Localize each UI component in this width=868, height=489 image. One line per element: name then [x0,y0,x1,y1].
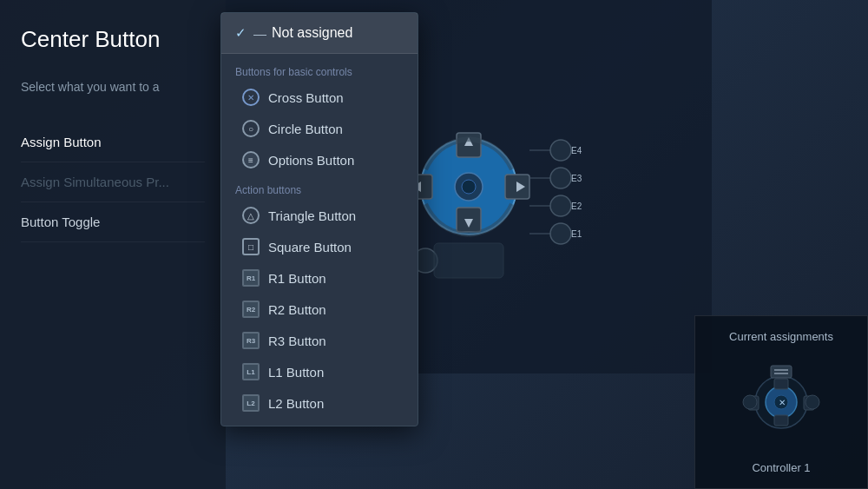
r2-label: R2 Button [268,302,326,317]
svg-text:E2: E2 [571,202,582,211]
svg-text:E3: E3 [571,174,582,183]
dropdown-menu[interactable]: ✓ — Not assigned Buttons for basic contr… [220,12,418,426]
checkmark-icon: ✓ [235,25,247,41]
triangle-icon: △ [242,207,260,224]
svg-text:E1: E1 [571,229,582,239]
options-label: Options Button [268,153,354,168]
assignments-svg: ✕ [729,354,833,450]
r1-icon: R1 [242,269,260,287]
dropdown-item-cross[interactable]: ✕ Cross Button [221,82,418,113]
svg-point-35 [743,395,757,409]
svg-point-10 [462,180,476,194]
svg-point-13 [550,195,571,216]
left-panel: Center Button Select what you want to a … [0,0,226,489]
cross-icon: ✕ [242,89,260,106]
triangle-label: Triangle Button [268,208,356,223]
dash-icon: — [253,26,266,41]
square-icon: □ [242,238,260,255]
l1-icon: L1 [242,363,260,380]
svg-rect-32 [771,366,792,378]
dropdown-item-options[interactable]: ≡ Options Button [221,144,418,175]
r3-icon: R3 [242,332,260,349]
options-icon: ≡ [242,151,260,169]
dropdown-item-l1[interactable]: L1 L1 Button [221,356,418,387]
dropdown-item-l2[interactable]: L2 L2 Button [221,387,418,419]
menu-item-button-toggle[interactable]: Button Toggle [21,202,205,242]
menu-item-assign-button[interactable]: Assign Button [21,122,205,162]
svg-rect-24 [434,243,503,278]
assignments-panel: Current assignments ✕ Controller 1 [694,315,868,489]
dropdown-selected-item[interactable]: ✓ — Not assigned [221,13,418,54]
dropdown-item-r2[interactable]: R2 R2 Button [221,294,418,325]
dropdown-item-triangle[interactable]: △ Triangle Button [221,200,418,231]
circle-icon: ○ [242,120,260,137]
dropdown-item-r1[interactable]: R1 R1 Button [221,262,418,294]
assignments-title: Current assignments [729,330,833,343]
section-action-label: Action buttons [221,175,418,200]
r2-icon: R2 [242,301,260,318]
dropdown-item-r3[interactable]: R3 R3 Button [221,325,418,356]
dropdown-item-square[interactable]: □ Square Button [221,231,418,262]
circle-label: Circle Button [268,122,343,136]
dropdown-item-circle[interactable]: ○ Circle Button [221,113,418,144]
svg-rect-28 [774,379,788,389]
svg-point-11 [550,140,571,161]
section-basic-label: Buttons for basic controls [221,57,418,82]
cross-label: Cross Button [268,90,344,105]
l2-icon: L2 [242,394,260,412]
select-hint: Select what you want to a [21,79,205,96]
svg-text:E4: E4 [571,146,582,155]
r1-label: R1 Button [268,271,326,286]
svg-point-12 [550,168,571,188]
r3-label: R3 Button [268,334,326,348]
svg-point-36 [806,395,819,409]
menu-item-assign-simultaneous: Assign Simultaneous Pr... [21,162,205,202]
assignments-controller-label: Controller 1 [752,461,810,474]
l1-label: L1 Button [268,365,324,380]
svg-text:✕: ✕ [779,398,786,407]
square-label: Square Button [268,240,352,254]
l2-label: L2 Button [268,396,324,411]
page-title: Center Button [21,26,205,53]
svg-point-14 [550,223,571,244]
svg-rect-29 [774,415,788,426]
selected-text: Not assigned [272,25,352,41]
